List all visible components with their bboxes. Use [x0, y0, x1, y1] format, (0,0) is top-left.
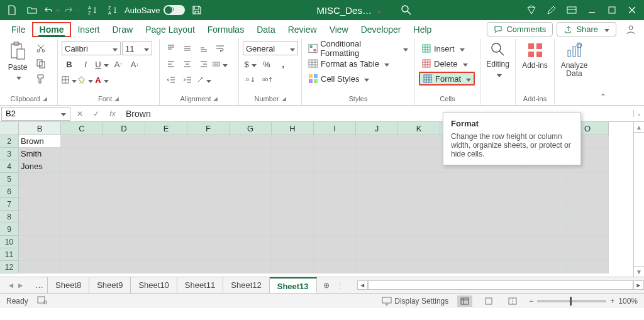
- save-icon[interactable]: [189, 2, 205, 18]
- column-header[interactable]: E: [145, 122, 187, 135]
- normal-view-icon[interactable]: [457, 295, 472, 307]
- cell[interactable]: [314, 223, 356, 236]
- decrease-font-icon[interactable]: A↓: [127, 57, 142, 71]
- alignment-launcher-icon[interactable]: ◢: [213, 96, 218, 102]
- cell[interactable]: [482, 185, 525, 198]
- fill-color-button[interactable]: [78, 73, 93, 87]
- cell[interactable]: [187, 223, 230, 236]
- row-header[interactable]: 11: [0, 248, 19, 261]
- format-as-table-button[interactable]: Format as Table: [306, 57, 392, 70]
- cell[interactable]: [272, 160, 314, 173]
- fx-icon[interactable]: fx: [104, 107, 121, 121]
- cell[interactable]: [356, 261, 398, 273]
- format-cells-button[interactable]: Format: [419, 72, 475, 86]
- cell[interactable]: [230, 135, 272, 148]
- conditional-formatting-button[interactable]: Conditional Formatting: [306, 41, 411, 55]
- cell[interactable]: [356, 173, 398, 185]
- cell[interactable]: [103, 185, 145, 198]
- cell[interactable]: [356, 211, 398, 223]
- font-launcher-icon[interactable]: ◢: [114, 96, 119, 102]
- cell[interactable]: [567, 223, 609, 236]
- column-header[interactable]: H: [272, 122, 314, 135]
- decrease-decimal-icon[interactable]: .00: [259, 73, 274, 87]
- paste-button[interactable]: Paste: [4, 41, 31, 82]
- row-header[interactable]: 10: [0, 236, 19, 248]
- cell[interactable]: [61, 148, 103, 160]
- cell[interactable]: [567, 236, 609, 248]
- insert-cells-button[interactable]: Insert: [419, 41, 467, 55]
- cell[interactable]: [314, 173, 356, 185]
- align-top-icon[interactable]: [164, 41, 179, 55]
- number-format-combo[interactable]: General: [243, 41, 298, 55]
- cell[interactable]: [356, 223, 398, 236]
- cell[interactable]: [314, 248, 356, 261]
- cell[interactable]: [440, 198, 482, 211]
- cell[interactable]: [525, 248, 567, 261]
- column-header[interactable]: K: [398, 122, 440, 135]
- cell[interactable]: [145, 223, 187, 236]
- cell[interactable]: [61, 223, 103, 236]
- underline-button[interactable]: U: [94, 57, 109, 71]
- column-header[interactable]: G: [230, 122, 272, 135]
- expand-formula-bar-icon[interactable]: ⌄: [633, 110, 644, 117]
- column-header[interactable]: D: [103, 122, 145, 135]
- cell[interactable]: [272, 211, 314, 223]
- cell[interactable]: [567, 248, 609, 261]
- tab-help[interactable]: Help: [408, 22, 438, 37]
- cell[interactable]: [314, 135, 356, 148]
- tab-view[interactable]: View: [323, 22, 355, 37]
- tab-home[interactable]: Home: [32, 22, 72, 37]
- tab-review[interactable]: Review: [282, 22, 323, 37]
- cell[interactable]: Jones: [19, 160, 61, 173]
- cell[interactable]: [187, 185, 230, 198]
- align-center-icon[interactable]: [180, 57, 195, 71]
- cell[interactable]: [103, 223, 145, 236]
- cell[interactable]: [187, 248, 230, 261]
- align-left-icon[interactable]: [164, 57, 179, 71]
- orientation-icon[interactable]: [196, 73, 211, 87]
- row-header[interactable]: 12: [0, 261, 19, 273]
- cell[interactable]: [145, 173, 187, 185]
- cell[interactable]: [272, 135, 314, 148]
- enter-formula-icon[interactable]: ✓: [88, 107, 104, 121]
- page-layout-view-icon[interactable]: [481, 295, 496, 307]
- cell[interactable]: [272, 148, 314, 160]
- column-header[interactable]: F: [187, 122, 230, 135]
- sort-az-icon[interactable]: AZ: [84, 2, 101, 18]
- cell[interactable]: [187, 261, 230, 273]
- macro-record-icon[interactable]: [37, 295, 47, 306]
- cell[interactable]: [525, 185, 567, 198]
- cell[interactable]: [19, 248, 61, 261]
- cell[interactable]: [103, 160, 145, 173]
- cell[interactable]: [567, 198, 609, 211]
- search-icon[interactable]: [401, 4, 412, 16]
- cell[interactable]: [103, 236, 145, 248]
- comma-format-icon[interactable]: ,: [275, 57, 291, 71]
- cell[interactable]: [398, 173, 440, 185]
- tab-file[interactable]: File: [5, 22, 32, 37]
- zoom-level[interactable]: 100%: [618, 297, 638, 306]
- cell[interactable]: [187, 160, 230, 173]
- cell[interactable]: [187, 198, 230, 211]
- cell[interactable]: [19, 223, 61, 236]
- open-file-icon[interactable]: [24, 2, 40, 18]
- cell[interactable]: [440, 261, 482, 273]
- cell[interactable]: [61, 185, 103, 198]
- cell[interactable]: [61, 160, 103, 173]
- cell[interactable]: [356, 160, 398, 173]
- wrap-text-icon[interactable]: [213, 41, 228, 55]
- new-sheet-button[interactable]: ⊕: [317, 281, 336, 290]
- cell[interactable]: [272, 185, 314, 198]
- column-header[interactable]: J: [356, 122, 398, 135]
- row-header[interactable]: 9: [0, 223, 19, 236]
- align-bottom-icon[interactable]: [196, 41, 211, 55]
- clipboard-launcher-icon[interactable]: ◢: [43, 96, 47, 102]
- cell[interactable]: [230, 261, 272, 273]
- cell[interactable]: [19, 173, 61, 185]
- cell[interactable]: [398, 211, 440, 223]
- cell[interactable]: [230, 148, 272, 160]
- cell[interactable]: [187, 135, 230, 148]
- delete-cells-button[interactable]: Delete: [419, 57, 470, 70]
- column-header[interactable]: C: [61, 122, 103, 135]
- cell[interactable]: [272, 173, 314, 185]
